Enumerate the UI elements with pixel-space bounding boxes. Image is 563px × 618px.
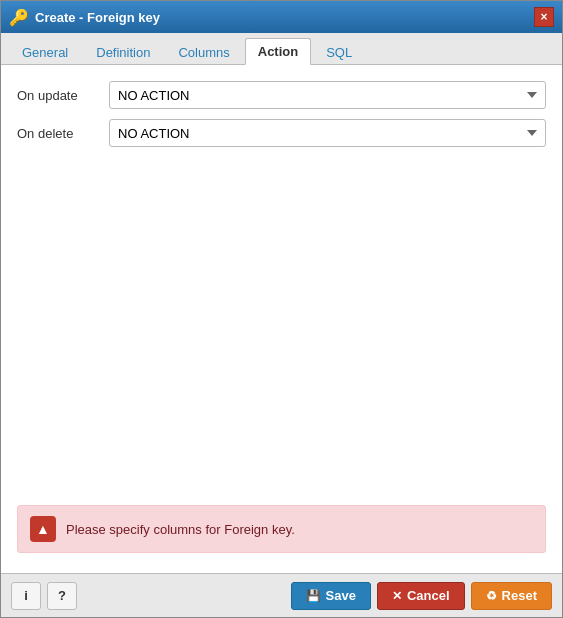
save-icon: 💾 [306, 589, 321, 603]
tab-action[interactable]: Action [245, 38, 311, 65]
cancel-button[interactable]: ✕ Cancel [377, 582, 465, 610]
on-update-label: On update [17, 88, 97, 103]
on-delete-row: On delete NO ACTION RESTRICT CASCADE SET… [17, 119, 546, 147]
content-area: On update NO ACTION RESTRICT CASCADE SET… [1, 65, 562, 573]
alert-icon: ▲ [30, 516, 56, 542]
alert-bar: ▲ Please specify columns for Foreign key… [17, 505, 546, 553]
on-update-row: On update NO ACTION RESTRICT CASCADE SET… [17, 81, 546, 109]
help-button[interactable]: ? [47, 582, 77, 610]
cancel-label: Cancel [407, 588, 450, 603]
reset-label: Reset [502, 588, 537, 603]
on-delete-label: On delete [17, 126, 97, 141]
main-window: 🔑 Create - Foreign key × General Definit… [0, 0, 563, 618]
tab-sql[interactable]: SQL [313, 39, 365, 65]
tab-general[interactable]: General [9, 39, 81, 65]
info-button[interactable]: i [11, 582, 41, 610]
on-delete-select[interactable]: NO ACTION RESTRICT CASCADE SET NULL SET … [109, 119, 546, 147]
content-spacer [17, 157, 546, 495]
tab-definition[interactable]: Definition [83, 39, 163, 65]
reset-button[interactable]: ♻ Reset [471, 582, 552, 610]
window-title: Create - Foreign key [35, 10, 534, 25]
tab-columns[interactable]: Columns [165, 39, 242, 65]
on-update-select[interactable]: NO ACTION RESTRICT CASCADE SET NULL SET … [109, 81, 546, 109]
cancel-icon: ✕ [392, 589, 402, 603]
save-button[interactable]: 💾 Save [291, 582, 371, 610]
reset-icon: ♻ [486, 589, 497, 603]
alert-message: Please specify columns for Foreign key. [66, 522, 295, 537]
save-label: Save [326, 588, 356, 603]
footer: i ? 💾 Save ✕ Cancel ♻ Reset [1, 573, 562, 617]
tab-bar: General Definition Columns Action SQL [1, 33, 562, 65]
close-button[interactable]: × [534, 7, 554, 27]
title-bar: 🔑 Create - Foreign key × [1, 1, 562, 33]
window-icon: 🔑 [9, 8, 29, 27]
